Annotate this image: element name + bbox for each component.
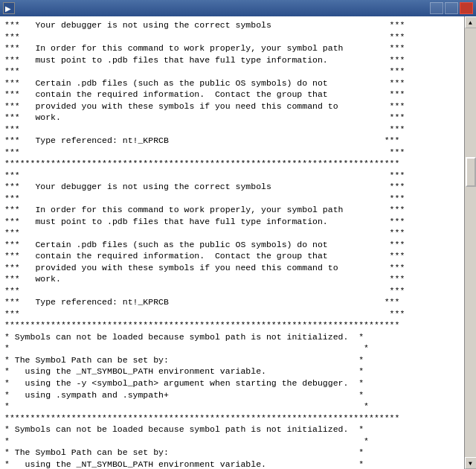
terminal-line: *** contain the required information. Co… xyxy=(4,89,460,100)
terminal-line: *** *** xyxy=(4,124,460,135)
scroll-up-button[interactable]: ▲ xyxy=(465,16,477,28)
terminal-line: *** Type referenced: nt!_KPRCB *** xyxy=(4,296,460,308)
terminal-line: * using the _NT_SYMBOL_PATH environment … xyxy=(4,459,460,469)
terminal-output[interactable]: *** Your debugger is not using the corre… xyxy=(0,16,464,469)
terminal-line: * using the -y <symbol_path> argument wh… xyxy=(4,377,460,389)
terminal-line: ****************************************… xyxy=(4,412,460,424)
terminal-line: *** provided you with these symbols if y… xyxy=(4,262,460,274)
terminal-line: *** *** xyxy=(4,31,460,43)
app-icon: ▶ xyxy=(3,2,15,14)
terminal-line: * using the _NT_SYMBOL_PATH environment … xyxy=(4,366,460,377)
maximize-button[interactable] xyxy=(445,2,458,14)
close-button[interactable] xyxy=(460,2,473,14)
terminal-line: *** Certain .pdb files (such as the publ… xyxy=(4,239,460,251)
terminal-line: *** *** xyxy=(4,193,460,205)
terminal-line: * * xyxy=(4,436,460,447)
scrollbar[interactable]: ▲ ▼ xyxy=(464,16,476,469)
scroll-down-button[interactable]: ▼ xyxy=(465,457,477,469)
window-controls xyxy=(430,2,473,14)
terminal-line: * Symbols can not be loaded because symb… xyxy=(4,331,460,343)
terminal-line: *** must point to .pdb files that have f… xyxy=(4,54,460,66)
terminal-line: *** Your debugger is not using the corre… xyxy=(4,19,460,31)
terminal-line: ****************************************… xyxy=(4,319,460,331)
terminal-line: ****************************************… xyxy=(4,158,460,170)
svg-text:▶: ▶ xyxy=(5,4,11,13)
terminal-line: *** In order for this command to work pr… xyxy=(4,42,460,54)
terminal-line: *** Certain .pdb files (such as the publ… xyxy=(4,77,460,89)
terminal-line: *** *** xyxy=(4,66,460,77)
terminal-line: *** *** xyxy=(4,147,460,159)
terminal-line: *** Your debugger is not using the corre… xyxy=(4,181,460,193)
terminal-line: * The Symbol Path can be set by: * xyxy=(4,354,460,366)
minimize-button[interactable] xyxy=(430,2,443,14)
terminal-line: *** must point to .pdb files that have f… xyxy=(4,216,460,228)
terminal-line: *** work. *** xyxy=(4,112,460,124)
terminal-line: *** *** xyxy=(4,170,460,182)
terminal-line: *** work. *** xyxy=(4,273,460,285)
terminal-line: * * xyxy=(4,401,460,412)
titlebar: ▶ xyxy=(0,0,476,16)
terminal-line: *** contain the required information. Co… xyxy=(4,250,460,262)
terminal-line: *** provided you with these symbols if y… xyxy=(4,100,460,112)
terminal-line: * Symbols can not be loaded because symb… xyxy=(4,424,460,436)
terminal-line: *** *** xyxy=(4,285,460,297)
terminal-line: *** *** xyxy=(4,227,460,239)
terminal-line: *** Type referenced: nt!_KPRCB *** xyxy=(4,135,460,147)
terminal-line: * The Symbol Path can be set by: * xyxy=(4,447,460,459)
terminal-line: *** *** xyxy=(4,308,460,320)
titlebar-left: ▶ xyxy=(3,2,18,14)
main-area: *** Your debugger is not using the corre… xyxy=(0,16,476,469)
scroll-thumb[interactable] xyxy=(466,157,476,187)
terminal-line: * using .sympath and .sympath+ * xyxy=(4,389,460,401)
terminal-line: *** In order for this command to work pr… xyxy=(4,204,460,216)
scroll-track[interactable] xyxy=(465,28,476,457)
terminal-line: * * xyxy=(4,342,460,354)
